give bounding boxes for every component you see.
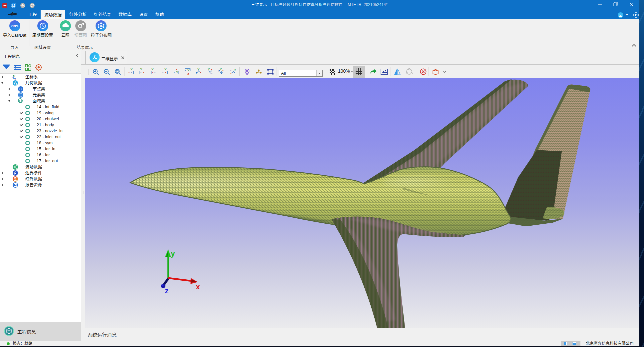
svg-text:Y: Y [164,68,166,71]
svg-text:z: z [165,287,168,295]
svg-text:x: x [187,72,189,75]
svg-text:x: x [152,71,153,74]
svg-text:x: x [143,71,145,74]
svg-text:z: z [154,71,156,74]
svg-text:Y: Y [187,69,189,72]
svg-text:z: z [196,71,197,75]
svg-text:x: x [230,72,232,75]
svg-text:z: z [162,71,164,74]
svg-text:Y: Y [208,68,210,71]
svg-text:x: x [128,71,130,74]
svg-text:Y: Y [140,68,142,71]
svg-text:x: x [196,283,200,291]
svg-text:y: y [171,249,175,258]
svg-text:Y: Y [14,75,15,77]
svg-text:z: z [211,72,213,75]
svg-text:Y: Y [131,68,133,71]
svg-text:x: x [165,71,166,74]
svg-text:x: x [176,68,177,71]
svg-text:z: z [131,71,133,74]
svg-text:z: z [12,77,13,79]
svg-text:Y: Y [197,68,199,71]
svg-text:Y: Y [234,68,236,71]
svg-text:z: z [185,69,186,72]
svg-text:x: x [15,78,16,80]
svg-text:x: x [222,69,224,72]
svg-text:Y: Y [152,68,154,71]
svg-text:z: z [140,71,142,74]
svg-text:z: z [218,69,220,73]
svg-text:Y: Y [176,71,178,74]
svg-text:z: z [173,71,175,74]
svg-text:Y: Y [220,68,222,71]
